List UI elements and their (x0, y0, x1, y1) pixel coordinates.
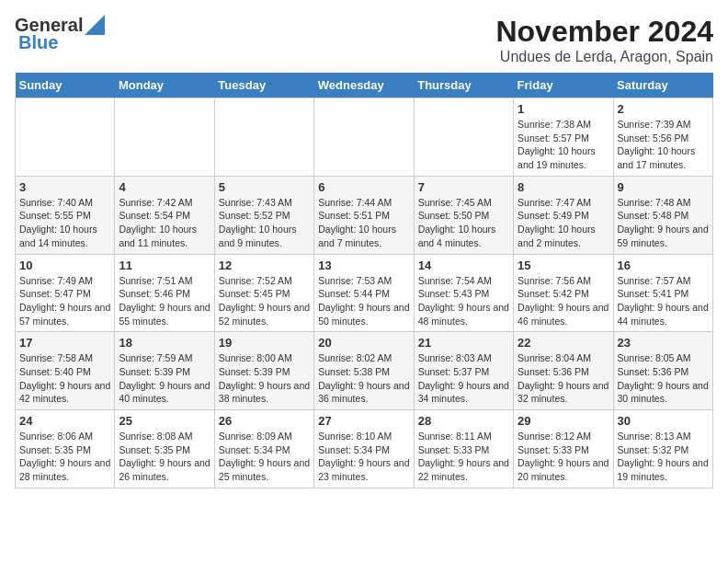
day-number: 23 (618, 336, 709, 350)
day-info: Sunrise: 7:42 AM Sunset: 5:54 PM Dayligh… (119, 196, 210, 250)
calendar-body: 1Sunrise: 7:38 AM Sunset: 5:57 PM Daylig… (16, 98, 713, 488)
day-info: Sunrise: 8:09 AM Sunset: 5:34 PM Dayligh… (219, 430, 310, 484)
day-number: 8 (518, 180, 609, 194)
day-number: 1 (518, 102, 609, 116)
calendar-cell: 29Sunrise: 8:12 AM Sunset: 5:33 PM Dayli… (514, 410, 613, 488)
day-info: Sunrise: 8:05 AM Sunset: 5:36 PM Dayligh… (618, 351, 709, 406)
calendar-cell (414, 98, 513, 177)
calendar-week-4: 24Sunrise: 8:06 AM Sunset: 5:35 PM Dayli… (16, 410, 713, 488)
logo: General Blue (15, 15, 105, 53)
day-info: Sunrise: 7:57 AM Sunset: 5:41 PM Dayligh… (618, 274, 709, 328)
calendar-cell: 2Sunrise: 7:39 AM Sunset: 5:56 PM Daylig… (613, 98, 712, 177)
calendar-cell: 15Sunrise: 7:56 AM Sunset: 5:42 PM Dayli… (514, 254, 613, 332)
day-info: Sunrise: 7:48 AM Sunset: 5:48 PM Dayligh… (618, 196, 709, 250)
weekday-header-sunday: Sunday (16, 73, 115, 98)
calendar-week-0: 1Sunrise: 7:38 AM Sunset: 5:57 PM Daylig… (16, 98, 713, 177)
calendar-cell: 17Sunrise: 7:58 AM Sunset: 5:40 PM Dayli… (16, 332, 115, 410)
day-info: Sunrise: 8:08 AM Sunset: 5:35 PM Dayligh… (119, 430, 210, 484)
page-header: General Blue November 2024 Undues de Ler… (15, 15, 713, 65)
day-info: Sunrise: 7:51 AM Sunset: 5:46 PM Dayligh… (119, 274, 210, 328)
calendar-cell (314, 98, 414, 177)
day-info: Sunrise: 8:02 AM Sunset: 5:38 PM Dayligh… (318, 351, 409, 406)
calendar-table: SundayMondayTuesdayWednesdayThursdayFrid… (15, 73, 713, 488)
day-number: 15 (518, 259, 609, 272)
day-info: Sunrise: 8:12 AM Sunset: 5:33 PM Dayligh… (518, 430, 609, 484)
calendar-cell: 16Sunrise: 7:57 AM Sunset: 5:41 PM Dayli… (613, 254, 712, 332)
day-info: Sunrise: 8:04 AM Sunset: 5:36 PM Dayligh… (518, 351, 609, 406)
calendar-cell: 19Sunrise: 8:00 AM Sunset: 5:39 PM Dayli… (214, 332, 313, 410)
weekday-header-thursday: Thursday (414, 73, 513, 98)
day-number: 18 (119, 336, 210, 350)
calendar-cell: 8Sunrise: 7:47 AM Sunset: 5:49 PM Daylig… (514, 176, 613, 254)
day-info: Sunrise: 7:38 AM Sunset: 5:57 PM Dayligh… (518, 118, 609, 172)
calendar-cell: 24Sunrise: 8:06 AM Sunset: 5:35 PM Dayli… (16, 410, 115, 488)
calendar-cell: 26Sunrise: 8:09 AM Sunset: 5:34 PM Dayli… (214, 410, 313, 488)
day-number: 13 (318, 259, 409, 272)
day-info: Sunrise: 7:44 AM Sunset: 5:51 PM Dayligh… (318, 196, 409, 250)
calendar-cell: 22Sunrise: 8:04 AM Sunset: 5:36 PM Dayli… (514, 332, 613, 410)
day-number: 26 (219, 414, 310, 428)
day-info: Sunrise: 7:45 AM Sunset: 5:50 PM Dayligh… (418, 196, 509, 250)
day-number: 27 (318, 414, 409, 428)
day-number: 25 (119, 414, 210, 428)
day-info: Sunrise: 8:10 AM Sunset: 5:34 PM Dayligh… (318, 430, 409, 484)
day-number: 6 (318, 180, 409, 194)
day-number: 9 (618, 180, 709, 194)
day-number: 21 (418, 336, 509, 350)
day-info: Sunrise: 7:56 AM Sunset: 5:42 PM Dayligh… (518, 274, 609, 328)
day-info: Sunrise: 8:03 AM Sunset: 5:37 PM Dayligh… (418, 351, 509, 406)
calendar-cell: 3Sunrise: 7:40 AM Sunset: 5:55 PM Daylig… (16, 176, 115, 254)
calendar-cell: 4Sunrise: 7:42 AM Sunset: 5:54 PM Daylig… (115, 176, 214, 254)
title-block: November 2024 Undues de Lerda, Aragon, S… (495, 15, 713, 65)
calendar-cell: 7Sunrise: 7:45 AM Sunset: 5:50 PM Daylig… (414, 176, 513, 254)
calendar-cell: 13Sunrise: 7:53 AM Sunset: 5:44 PM Dayli… (314, 254, 414, 332)
page-title: November 2024 (495, 15, 713, 49)
calendar-week-2: 10Sunrise: 7:49 AM Sunset: 5:47 PM Dayli… (16, 254, 713, 332)
day-number: 12 (219, 259, 310, 272)
day-info: Sunrise: 7:43 AM Sunset: 5:52 PM Dayligh… (219, 196, 310, 250)
svg-marker-0 (85, 15, 105, 35)
day-number: 3 (19, 180, 110, 194)
day-info: Sunrise: 8:00 AM Sunset: 5:39 PM Dayligh… (219, 351, 310, 406)
calendar-cell: 23Sunrise: 8:05 AM Sunset: 5:36 PM Dayli… (613, 332, 712, 410)
calendar-cell: 5Sunrise: 7:43 AM Sunset: 5:52 PM Daylig… (214, 176, 313, 254)
logo-blue: Blue (18, 32, 58, 53)
calendar-cell (214, 98, 313, 177)
calendar-cell: 9Sunrise: 7:48 AM Sunset: 5:48 PM Daylig… (613, 176, 712, 254)
day-number: 16 (618, 259, 709, 272)
day-number: 10 (19, 259, 110, 272)
calendar-cell (115, 98, 214, 177)
calendar-header: SundayMondayTuesdayWednesdayThursdayFrid… (16, 73, 713, 98)
day-info: Sunrise: 7:49 AM Sunset: 5:47 PM Dayligh… (19, 274, 110, 328)
calendar-cell: 30Sunrise: 8:13 AM Sunset: 5:32 PM Dayli… (613, 410, 712, 488)
day-info: Sunrise: 7:52 AM Sunset: 5:45 PM Dayligh… (219, 274, 310, 328)
day-number: 19 (219, 336, 310, 350)
calendar-cell (16, 98, 115, 177)
calendar-cell: 11Sunrise: 7:51 AM Sunset: 5:46 PM Dayli… (115, 254, 214, 332)
day-number: 11 (119, 259, 210, 272)
day-info: Sunrise: 7:58 AM Sunset: 5:40 PM Dayligh… (19, 351, 110, 406)
day-number: 20 (318, 336, 409, 350)
calendar-cell: 25Sunrise: 8:08 AM Sunset: 5:35 PM Dayli… (115, 410, 214, 488)
weekday-header-friday: Friday (514, 73, 613, 98)
day-number: 24 (19, 414, 110, 428)
weekday-header-wednesday: Wednesday (314, 73, 414, 98)
calendar-cell: 6Sunrise: 7:44 AM Sunset: 5:51 PM Daylig… (314, 176, 414, 254)
day-info: Sunrise: 8:06 AM Sunset: 5:35 PM Dayligh… (19, 430, 110, 484)
day-info: Sunrise: 8:13 AM Sunset: 5:32 PM Dayligh… (618, 430, 709, 484)
day-number: 30 (618, 414, 709, 428)
calendar-cell: 18Sunrise: 7:59 AM Sunset: 5:39 PM Dayli… (115, 332, 214, 410)
day-info: Sunrise: 7:53 AM Sunset: 5:44 PM Dayligh… (318, 274, 409, 328)
day-number: 5 (219, 180, 310, 194)
day-info: Sunrise: 7:40 AM Sunset: 5:55 PM Dayligh… (19, 196, 110, 250)
day-number: 28 (418, 414, 509, 428)
calendar-cell: 28Sunrise: 8:11 AM Sunset: 5:33 PM Dayli… (414, 410, 513, 488)
calendar-cell: 12Sunrise: 7:52 AM Sunset: 5:45 PM Dayli… (214, 254, 313, 332)
day-number: 2 (618, 102, 709, 116)
day-number: 7 (418, 180, 509, 194)
calendar-cell: 14Sunrise: 7:54 AM Sunset: 5:43 PM Dayli… (414, 254, 513, 332)
calendar-cell: 21Sunrise: 8:03 AM Sunset: 5:37 PM Dayli… (414, 332, 513, 410)
page-subtitle: Undues de Lerda, Aragon, Spain (495, 49, 713, 65)
calendar-cell: 20Sunrise: 8:02 AM Sunset: 5:38 PM Dayli… (314, 332, 414, 410)
calendar-week-3: 17Sunrise: 7:58 AM Sunset: 5:40 PM Dayli… (16, 332, 713, 410)
